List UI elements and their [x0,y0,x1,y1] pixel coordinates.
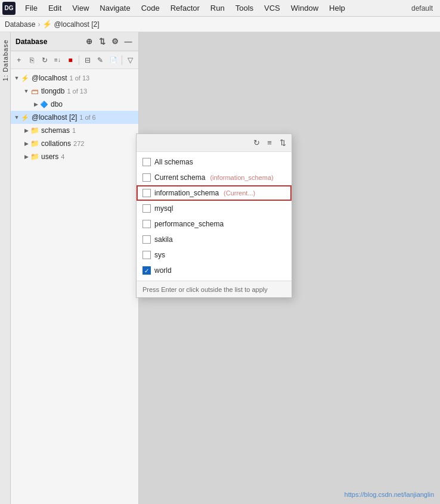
db-panel-actions: ⊕ ⇅ ⚙ — [83,36,134,47]
schema-information-hint: (Current...) [224,189,255,197]
close-panel-icon[interactable]: — [123,36,134,47]
menu-help[interactable]: Help [324,2,350,14]
db-panel-title: Database [16,38,81,46]
breadcrumb-db[interactable]: Database [5,20,35,29]
breadcrumb-server[interactable]: @localhost [2] [54,20,99,29]
breadcrumb: Database › ⚡ @localhost [2] [0,17,440,32]
db-tree: ▼ ⚡ @localhost 1 of 13 ▼ 🗃 tlongdb 1 of … [11,69,138,504]
add-datasource-icon[interactable]: ⊕ [83,36,94,47]
localhost-icon: ⚡ [20,73,30,83]
schema-world-item[interactable]: ✓ world [137,263,292,278]
schema-dropdown: ↻ ≡ ⇅ All schemas Current schema (inform… [136,133,292,298]
localhost2-label: @localhost [2] [32,113,77,122]
tree-item-tlongdb[interactable]: ▼ 🗃 tlongdb 1 of 13 [11,85,138,98]
db-toolbar: + ⎘ ↻ ≡↓ ■ ⊟ ✎ 📄 ▽ [11,51,138,69]
schema-performance-item[interactable]: performance_schema [137,216,292,232]
sidebar-tab-label: 1: Database [2,35,9,86]
schema-current-label: Current schema [154,173,205,182]
schema-all-label: All schemas [154,158,193,166]
menu-navigate[interactable]: Navigate [95,2,135,14]
edit-btn[interactable]: ✎ [94,54,106,67]
schema-current-checkbox[interactable] [142,173,151,182]
arrow-dbo: ▶ [32,101,39,108]
tlongdb-label: tlongdb [41,87,64,95]
localhost-count: 1 of 13 [70,74,90,82]
app-icon: DG [2,2,16,15]
filter-btn[interactable]: ▽ [124,54,136,67]
sync-btn[interactable]: ≡↓ [52,54,64,67]
users-folder-icon: 📁 [30,152,39,161]
schema-mysql-item[interactable]: mysql [137,201,292,216]
dropdown-list: All schemas Current schema (information_… [137,152,292,281]
schema-information-item[interactable]: information_schema (Current...) [137,185,292,201]
copy-btn[interactable]: ⎘ [26,54,38,67]
tree-item-localhost2[interactable]: ▼ ⚡ @localhost [2] 1 of 6 [11,111,138,124]
schema-world-label: world [154,266,172,275]
schema-current-item[interactable]: Current schema (information_schema) [137,170,292,185]
menu-refactor[interactable]: Refactor [166,2,204,14]
arrow-schemas: ▶ [23,127,30,134]
menu-bar: DG File Edit View Navigate Code Refactor… [0,0,440,17]
collations-count: 272 [73,140,84,147]
schema-performance-checkbox[interactable] [142,220,151,228]
filter-icon[interactable]: ⇅ [97,36,107,47]
menu-file[interactable]: File [20,2,42,14]
localhost-label: @localhost [32,74,67,82]
schema-sys-checkbox[interactable] [142,251,151,259]
refresh-btn[interactable]: ↻ [39,54,51,67]
menu-code[interactable]: Code [137,2,165,14]
tree-item-collations[interactable]: ▶ 📁 collations 272 [11,137,138,150]
tree-item-users[interactable]: ▶ 📁 users 4 [11,150,138,163]
schema-all-checkbox[interactable] [142,158,151,166]
schema-world-checkbox[interactable]: ✓ [142,266,151,275]
dropdown-status: Press Enter or click outside the list to… [137,281,292,297]
menu-window[interactable]: Window [286,2,323,14]
menu-view[interactable]: View [67,2,94,14]
sidebar-tab[interactable]: 1: Database [0,32,11,504]
schema-sakila-item[interactable]: sakila [137,232,292,247]
breadcrumb-sep: › [38,20,40,29]
arrow-collations: ▶ [23,140,30,147]
localhost2-icon: ⚡ [20,113,30,122]
schema-sys-item[interactable]: sys [137,247,292,263]
schema-information-checkbox[interactable] [142,189,151,197]
schemas-folder-icon: 📁 [30,126,39,135]
dropdown-status-text: Press Enter or click outside the list to… [142,286,268,293]
dropdown-toolbar: ↻ ≡ ⇅ [137,134,292,152]
arrow-localhost2: ▼ [13,114,20,121]
main-area: 1: Database Database ⊕ ⇅ ⚙ — + ⎘ ↻ ≡↓ ■ … [0,32,440,504]
dropdown-filter-icon[interactable]: ⇅ [277,138,288,148]
app-name: default [411,4,438,13]
tree-item-schemas[interactable]: ▶ 📁 schemas 1 [11,124,138,137]
menu-vcs[interactable]: VCS [259,2,285,14]
schema-mysql-label: mysql [154,204,173,213]
dropdown-sort-icon[interactable]: ≡ [264,138,275,148]
tree-item-dbo[interactable]: ▶ 🔷 dbo [11,98,138,111]
menu-tools[interactable]: Tools [231,2,258,14]
users-count: 4 [61,153,64,160]
arrow-localhost: ▼ [13,74,20,82]
schema-sys-label: sys [154,251,165,259]
schema-mysql-checkbox[interactable] [142,204,151,213]
users-label: users [41,153,58,161]
localhost2-count: 1 of 6 [79,114,96,121]
add-btn[interactable]: + [13,54,25,67]
db-panel-header: Database ⊕ ⇅ ⚙ — [11,32,138,51]
schema-sakila-label: sakila [154,235,173,244]
schemas-count: 1 [72,127,76,134]
settings-icon[interactable]: ⚙ [110,36,120,47]
stop-btn[interactable]: ■ [64,54,76,67]
schema-current-hint: (information_schema) [210,174,273,181]
tree-item-localhost[interactable]: ▼ ⚡ @localhost 1 of 13 [11,71,138,85]
schema-all-item[interactable]: All schemas [137,154,292,170]
dropdown-refresh-icon[interactable]: ↻ [251,138,262,148]
schema-sakila-checkbox[interactable] [142,235,151,244]
menu-run[interactable]: Run [206,2,230,14]
schema-information-label: information_schema [154,189,219,197]
query-btn[interactable]: 📄 [107,54,119,67]
db-icon: 🗃 [30,86,39,96]
menu-edit[interactable]: Edit [44,2,66,14]
toolbar-sep [79,55,79,65]
table-view-btn[interactable]: ⊟ [82,54,94,67]
collations-folder-icon: 📁 [30,139,39,148]
